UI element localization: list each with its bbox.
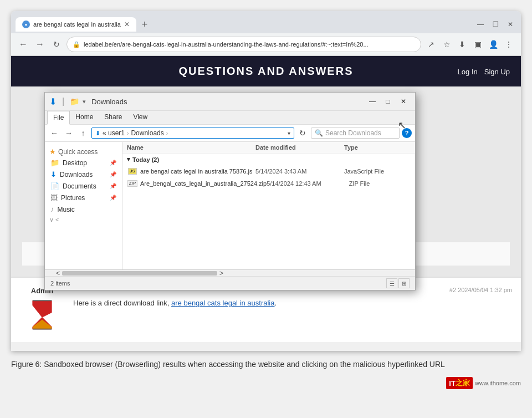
scroll-thumb[interactable] (62, 271, 217, 276)
ribbon-tab-share[interactable]: Share (99, 111, 127, 124)
explorer-forward[interactable]: → (63, 127, 75, 139)
scroll-left-btn[interactable]: < (56, 269, 60, 277)
new-tab-button[interactable]: + (139, 19, 151, 29)
browser-close[interactable]: ✕ (504, 21, 516, 28)
explorer-ribbon: File Home Share View (45, 111, 415, 125)
watermark-chinese: 之家 (456, 378, 470, 388)
breadcrumb-download-icon: ⬇ (95, 130, 100, 137)
signup-link[interactable]: Sign Up (484, 67, 510, 75)
file-name-zip: Are_bengal_cats_legal_in_australia_27524… (140, 180, 267, 187)
col-name[interactable]: Name (127, 144, 255, 151)
group-label: Today (2) (132, 156, 159, 163)
sidebar-item-documents[interactable]: 📄 Documents 📌 (47, 180, 120, 192)
music-label: Music (58, 206, 75, 213)
explorer-title-text: Downloads (91, 98, 362, 106)
address-bar[interactable]: 🔒 ledabel.be/en/are-bengal-cats-legal-in… (66, 37, 421, 52)
post-text-after: . (274, 299, 277, 307)
quick-access-label: Quick access (58, 148, 98, 156)
documents-label: Documents (63, 182, 96, 190)
active-tab[interactable]: ● are bengal cats legal in australia ✕ (16, 17, 136, 32)
details-view-btn[interactable]: ☰ (386, 278, 397, 288)
file-type-js: JavaScript File (344, 168, 411, 175)
breadcrumb-user1[interactable]: « user1 (103, 129, 125, 137)
zip-file-icon: ZIP (127, 179, 138, 188)
tab-title: are bengal cats legal in australia (33, 21, 121, 28)
explorer-back[interactable]: ← (48, 127, 60, 139)
tiles-view-btn[interactable]: ⊞ (398, 278, 410, 288)
doc-icon: 📄 (50, 182, 59, 190)
explorer-addressbar: ← → ↑ ⬇ « user1 › Downloads › ▾ ↻ 🔍 (45, 125, 415, 142)
browser-restore[interactable]: ❐ (489, 21, 502, 28)
lock-icon: 🔒 (73, 41, 80, 48)
search-placeholder: Search Downloads (325, 129, 396, 137)
explorer-close[interactable]: ✕ (396, 96, 411, 107)
breadcrumb-dropdown[interactable]: ▾ (288, 130, 290, 136)
help-button[interactable]: ? (402, 128, 412, 138)
site-header-title: QUESTIONS AND ANSWERS (179, 65, 354, 77)
sidebar-item-downloads[interactable]: ⬇ Downloads 📌 (47, 169, 120, 180)
explorer-up[interactable]: ↑ (77, 127, 89, 139)
apps-icon[interactable]: ▣ (471, 38, 484, 51)
star-icon: ★ (49, 147, 56, 156)
tab-bar: ● are bengal cats legal in australia ✕ +… (11, 11, 521, 33)
scroll-right-btn[interactable]: > (219, 269, 223, 277)
music-icon: ♪ (50, 205, 54, 213)
col-type[interactable]: Type (344, 144, 411, 151)
site-header: QUESTIONS AND ANSWERS Log In Sign Up (11, 56, 521, 86)
file-list-header: Name Date modified Type (122, 142, 415, 154)
menu-icon[interactable]: ⋮ (502, 38, 515, 51)
ribbon-tab-view[interactable]: View (127, 111, 153, 124)
back-button[interactable]: ← (17, 38, 30, 51)
ribbon-tab-home[interactable]: Home (70, 111, 99, 124)
watermark-site: www.ithome.com (475, 380, 521, 386)
pin-icon-doc: 📌 (110, 183, 116, 189)
bookmark-icon[interactable]: ☆ (440, 38, 453, 51)
explorer-search[interactable]: 🔍 Search Downloads (311, 128, 400, 139)
js-icon-badge: JS (128, 168, 137, 175)
explorer-refresh[interactable]: ↻ (296, 127, 309, 139)
js-file-icon: JS (127, 167, 138, 176)
login-link[interactable]: Log In (458, 67, 478, 75)
explorer-window-controls: — □ ✕ (365, 96, 411, 107)
breadcrumb-downloads[interactable]: Downloads (131, 129, 163, 137)
browser-minimize[interactable]: — (474, 21, 487, 28)
file-type-zip: ZIP File (349, 180, 411, 187)
sidebar-quick-access[interactable]: ★ Quick access (47, 146, 120, 157)
ribbon-tab-file[interactable]: File (47, 111, 70, 125)
post-text-before: Here is a direct download link, (73, 299, 171, 307)
explorer-body: ★ Quick access 📁 Desktop 📌 ⬇ Downloads 📌 (45, 142, 415, 269)
desktop-label: Desktop (63, 159, 87, 167)
pin-icon: 📌 (110, 160, 116, 166)
file-row-zip[interactable]: ZIP Are_bengal_cats_legal_in_australia_2… (122, 177, 415, 190)
expand-toggle[interactable]: ∨ < (49, 216, 59, 223)
file-row-js[interactable]: JS are bengal cats legal in australia 75… (122, 165, 415, 177)
title-arrow: ▾ (83, 98, 86, 105)
website-content: QUESTIONS AND ANSWERS Log In Sign Up ⬇ |… (11, 56, 521, 342)
post-link[interactable]: are bengal cats legal in australia (171, 299, 274, 307)
figure-caption: Figure 6: Sandboxed browser (Browserling… (11, 351, 521, 375)
downloads-label: Downloads (60, 171, 93, 179)
col-date[interactable]: Date modified (255, 144, 344, 151)
pin-icon-pic: 📌 (110, 195, 116, 201)
tab-close-button[interactable]: ✕ (124, 21, 130, 28)
separator-bar: | (62, 96, 64, 106)
horizontal-scrollbar[interactable]: < > (45, 269, 415, 276)
forward-button[interactable]: → (33, 38, 47, 51)
post-text: Here is a direct download link, are beng… (73, 298, 512, 309)
sidebar-item-pictures[interactable]: 🖼 Pictures 📌 (47, 192, 120, 203)
download-icon[interactable]: ⬇ (456, 38, 469, 51)
explorer-breadcrumb[interactable]: ⬇ « user1 › Downloads › ▾ (91, 128, 294, 139)
pictures-icon: 🖼 (50, 193, 58, 202)
zip-icon-badge: ZIP (127, 180, 137, 187)
share-icon[interactable]: ↗ (424, 38, 438, 51)
sidebar-item-desktop[interactable]: 📁 Desktop 📌 (47, 157, 120, 169)
sidebar-item-music[interactable]: ♪ Music (47, 203, 120, 215)
explorer-maximize[interactable]: □ (381, 96, 395, 107)
group-expand[interactable]: ▾ (127, 156, 130, 163)
download-title-icon: ⬇ (49, 96, 57, 107)
explorer-minimize[interactable]: — (365, 96, 380, 107)
refresh-button[interactable]: ↻ (50, 38, 63, 51)
search-icon: 🔍 (315, 129, 323, 137)
profile-icon[interactable]: 👤 (487, 38, 500, 51)
downloads-icon: ⬇ (50, 170, 57, 179)
